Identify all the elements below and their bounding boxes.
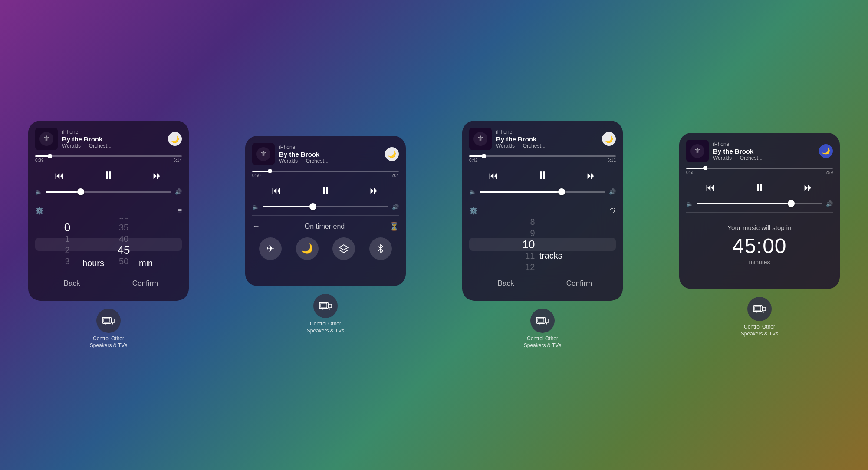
svg-rect-26 bbox=[762, 307, 766, 311]
tracks-section-3: ⚙️ ⏱ 7 8 9 10 11 12 13 _ _ _ tracks bbox=[469, 205, 616, 294]
svg-rect-12 bbox=[328, 304, 332, 308]
moon-icon-btn[interactable]: 🌙 bbox=[296, 237, 319, 260]
speakers-icon-4 bbox=[747, 297, 772, 321]
moon-button-3[interactable]: 🌙 bbox=[602, 132, 616, 146]
svg-rect-19 bbox=[545, 319, 549, 322]
track-info-1: iPhone By the Brook Worakls — Orchest... bbox=[62, 129, 164, 149]
bottom-buttons-1: Back Confirm bbox=[35, 275, 182, 292]
speakers-icon-2 bbox=[313, 294, 338, 318]
volume-bar-3[interactable] bbox=[480, 191, 605, 193]
bluetooth-icon-btn[interactable] bbox=[369, 237, 392, 260]
forward-button-1[interactable]: ⏭ bbox=[151, 168, 164, 183]
hourglass-icon: ⏳ bbox=[389, 222, 399, 231]
svg-rect-18 bbox=[538, 318, 544, 322]
tracks-picker-3[interactable]: 7 8 9 10 11 12 13 _ _ _ tracks _ bbox=[469, 218, 616, 270]
pause-button-4[interactable]: ⏸ bbox=[752, 179, 767, 196]
panel-3: ⚜ iPhone By the Brook Worakls — Orchest.… bbox=[462, 121, 623, 349]
svg-point-27 bbox=[763, 311, 764, 312]
queue-icon-1[interactable]: ≡ bbox=[178, 207, 182, 215]
rewind-button-1[interactable]: ⏮ bbox=[53, 168, 66, 183]
forward-button-4[interactable]: ⏭ bbox=[802, 180, 815, 195]
pause-button-2[interactable]: ⏸ bbox=[318, 182, 333, 199]
progress-2[interactable]: 0:50 -6:04 bbox=[252, 171, 399, 178]
svg-text:⚜: ⚜ bbox=[43, 134, 50, 143]
speakers-3[interactable]: Control OtherSpeakers & TVs bbox=[524, 309, 561, 349]
album-art-4: ⚜ bbox=[686, 140, 709, 162]
tracks-numbers-col[interactable]: 7 8 9 10 11 12 13 bbox=[511, 218, 535, 270]
control-center-2: ⚜ iPhone By the Brook Worakls — Orchest.… bbox=[245, 136, 406, 286]
mins-col-1[interactable]: 30 35 40 45 50 55 bbox=[108, 218, 139, 270]
moon-button-2[interactable]: 🌙 bbox=[385, 147, 399, 161]
track-title-1: By the Brook bbox=[62, 135, 164, 143]
mins-label-1: min bbox=[139, 257, 165, 270]
track-info-4: iPhone By the Brook Worakls — Orchest... bbox=[713, 141, 815, 161]
forward-button-3[interactable]: ⏭ bbox=[585, 168, 598, 183]
control-center-3: ⚜ iPhone By the Brook Worakls — Orchest.… bbox=[462, 121, 623, 301]
svg-text:⚜: ⚜ bbox=[477, 134, 484, 143]
back-arrow-icon[interactable]: ← bbox=[252, 222, 260, 231]
control-center-4: ⚜ iPhone By the Brook Worakls — Orchest.… bbox=[679, 133, 840, 289]
album-art-2: ⚜ bbox=[252, 143, 275, 165]
panel-2: ⚜ iPhone By the Brook Worakls — Orchest.… bbox=[245, 136, 406, 334]
progress-1[interactable]: 0:39 -6:14 bbox=[35, 155, 182, 163]
forward-button-2[interactable]: ⏭ bbox=[368, 183, 381, 198]
speakers-4[interactable]: Control OtherSpeakers & TVs bbox=[741, 297, 778, 337]
time-remaining-4: -5:59 bbox=[823, 170, 833, 175]
back-button-1[interactable]: Back bbox=[35, 275, 108, 292]
time-picker-1[interactable]: 0 1 2 3 hours 30 35 40 45 50 55 min bbox=[35, 218, 182, 270]
back-button-3[interactable]: Back bbox=[469, 275, 542, 292]
playback-controls-1: ⏮ ⏸ ⏭ bbox=[35, 167, 182, 184]
vol-high-icon-3: 🔊 bbox=[609, 188, 616, 195]
track-artist-2: Worakls — Orchest... bbox=[279, 158, 381, 164]
progress-4[interactable]: 0:55 -5:59 bbox=[686, 168, 833, 175]
vol-low-icon-3: 🔈 bbox=[469, 188, 476, 195]
progress-3[interactable]: 0:42 -6:11 bbox=[469, 155, 616, 163]
layers-icon-btn[interactable] bbox=[332, 237, 355, 260]
track-artist-4: Worakls — Orchest... bbox=[713, 155, 815, 161]
time-elapsed-1: 0:39 bbox=[35, 158, 43, 163]
hours-label-1: hours bbox=[82, 257, 108, 270]
hours-col-1[interactable]: 0 1 2 3 bbox=[52, 222, 82, 267]
speakers-label-1: Control OtherSpeakers & TVs bbox=[90, 335, 127, 349]
vol-high-icon-4: 🔊 bbox=[826, 200, 833, 207]
rewind-button-2[interactable]: ⏮ bbox=[270, 183, 283, 198]
time-remaining-1: -6:14 bbox=[172, 158, 182, 163]
track-artist-1: Worakls — Orchest... bbox=[62, 143, 164, 149]
device-name-1: iPhone bbox=[62, 129, 164, 135]
moon-button-1[interactable]: 🌙 bbox=[168, 132, 182, 146]
timer-icon-3[interactable]: ⏱ bbox=[609, 207, 616, 215]
settings-icon-3[interactable]: ⚙️ bbox=[469, 207, 478, 215]
playback-controls-2: ⏮ ⏸ ⏭ bbox=[252, 182, 399, 199]
confirm-button-3[interactable]: Confirm bbox=[542, 275, 616, 292]
moon-button-4[interactable]: 🌙 bbox=[819, 144, 833, 158]
vol-high-icon-2: 🔊 bbox=[392, 204, 399, 210]
now-playing-4: ⚜ iPhone By the Brook Worakls — Orchest.… bbox=[686, 140, 833, 162]
speakers-label-2: Control OtherSpeakers & TVs bbox=[307, 321, 344, 334]
speakers-icon-1 bbox=[96, 309, 121, 333]
svg-point-21 bbox=[539, 323, 540, 325]
volume-bar-4[interactable] bbox=[697, 203, 822, 204]
settings-icon-1[interactable]: ⚙️ bbox=[35, 207, 44, 215]
volume-bar-2[interactable] bbox=[263, 206, 388, 207]
speakers-label-3: Control OtherSpeakers & TVs bbox=[524, 335, 561, 349]
confirm-button-1[interactable]: Confirm bbox=[108, 275, 182, 292]
rewind-button-4[interactable]: ⏮ bbox=[704, 180, 717, 195]
speakers-2[interactable]: Control OtherSpeakers & TVs bbox=[307, 294, 344, 334]
time-elapsed-4: 0:55 bbox=[686, 170, 694, 175]
svg-rect-4 bbox=[111, 319, 115, 322]
svg-text:⚜: ⚜ bbox=[260, 149, 267, 158]
svg-point-20 bbox=[546, 323, 547, 325]
volume-bar-1[interactable] bbox=[46, 191, 171, 193]
speakers-icon-3 bbox=[530, 309, 555, 333]
rewind-button-3[interactable]: ⏮ bbox=[487, 168, 500, 183]
volume-row-3: 🔈 🔊 bbox=[469, 188, 616, 195]
countdown-time-4: 45:00 bbox=[686, 234, 833, 258]
airplane-icon-btn[interactable]: ✈ bbox=[259, 237, 282, 260]
on-timer-end-title: On timer end bbox=[260, 223, 389, 230]
pause-button-1[interactable]: ⏸ bbox=[101, 167, 116, 184]
pause-button-3[interactable]: ⏸ bbox=[535, 167, 550, 184]
album-art-3: ⚜ bbox=[469, 128, 492, 150]
panel-4: ⚜ iPhone By the Brook Worakls — Orchest.… bbox=[679, 133, 840, 337]
countdown-label-4: Your music will stop in bbox=[686, 224, 833, 231]
speakers-1[interactable]: Control OtherSpeakers & TVs bbox=[90, 309, 127, 349]
